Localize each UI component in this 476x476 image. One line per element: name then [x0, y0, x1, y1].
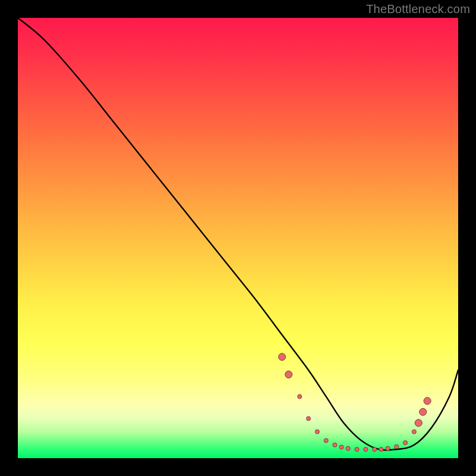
marker-point	[419, 408, 427, 415]
marker-point	[346, 446, 350, 450]
chart-frame: TheBottleneck.com	[0, 0, 476, 476]
marker-point	[364, 447, 368, 452]
curve-svg	[18, 18, 458, 458]
marker-point	[403, 441, 408, 445]
plot-area	[18, 18, 458, 458]
marker-point	[324, 439, 328, 443]
marker-point	[424, 397, 431, 405]
marker-point	[415, 419, 422, 427]
marker-point	[315, 430, 320, 434]
marker-point	[339, 445, 343, 449]
marker-point	[278, 353, 286, 361]
marker-point	[333, 443, 337, 447]
marker-point	[355, 447, 359, 452]
marker-point	[372, 447, 377, 452]
marker-point	[306, 416, 311, 421]
marker-point	[394, 444, 399, 449]
main-curve	[18, 18, 458, 450]
watermark-text: TheBottleneck.com	[366, 2, 470, 16]
marker-point	[285, 371, 292, 378]
marker-point	[298, 394, 302, 399]
marker-point	[412, 430, 416, 434]
markers-group	[278, 353, 431, 452]
marker-point	[379, 447, 383, 452]
marker-point	[386, 446, 390, 450]
